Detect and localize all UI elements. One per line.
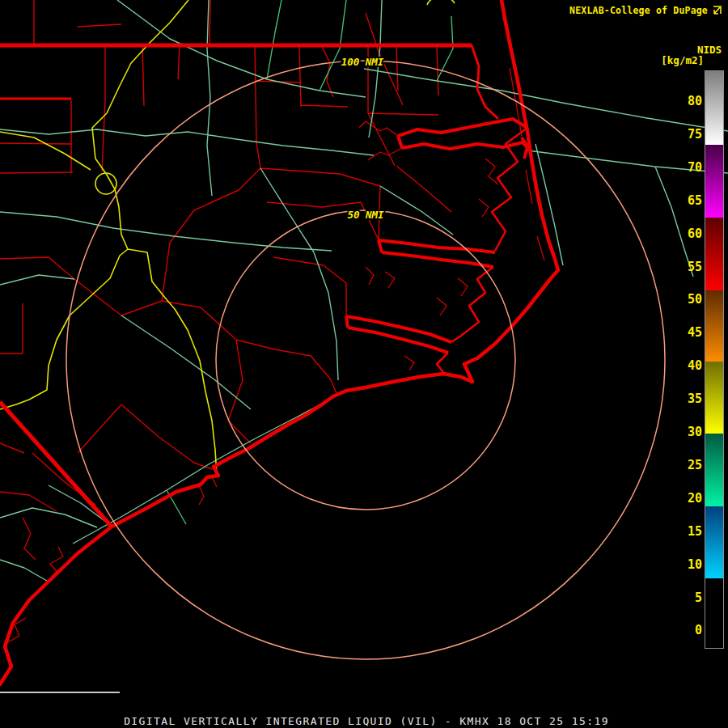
- colorbar-tick-label: 10: [688, 557, 702, 572]
- colorbar-tick-label: 75: [688, 127, 702, 142]
- county-boundary-lines: [0, 0, 451, 511]
- radar-map: 50 NMI 100 NMI: [0, 0, 728, 728]
- colorbar-tick-label: 0: [695, 623, 702, 637]
- shoreline-detail-lines: [6, 68, 544, 643]
- colorbar-segment: [705, 145, 723, 218]
- product-caption: DIGITAL VERTICALLY INTEGRATED LIQUID (VI…: [0, 715, 728, 727]
- colorbar: [705, 70, 724, 649]
- colorbar-tick-label: 40: [688, 358, 702, 373]
- road-lines-green: [0, 0, 728, 581]
- colorbar-segment: [705, 218, 723, 290]
- colorbar-tick-label: 35: [688, 392, 702, 406]
- colorbar-tick-label: 50: [688, 292, 702, 307]
- city-beltline-loop: [95, 173, 116, 194]
- colorbar-segment: [705, 578, 723, 648]
- colorbar-segment: [705, 434, 723, 506]
- colorbar-tick-label: 30: [688, 425, 702, 439]
- range-rings: [66, 61, 665, 659]
- colorbar-segment: [705, 71, 723, 145]
- colorbar-tick-label: 65: [688, 193, 702, 208]
- colorbar-segment: [705, 362, 723, 433]
- colorbar-tick-label: 45: [688, 325, 702, 340]
- colorbar-tick-label: 15: [688, 524, 702, 539]
- colorbar-tick-label: 25: [688, 458, 702, 472]
- attribution-title: NEXLAB-College of DuPage: [569, 5, 722, 16]
- colorbar-tick-label: 20: [688, 491, 702, 506]
- colorbar-tick-label: 5: [695, 590, 702, 605]
- colorbar-tick-label: 55: [688, 260, 702, 274]
- separator-line: [0, 692, 120, 693]
- range-ring-label-100nmi: 100 NMI: [341, 56, 384, 68]
- units-label: [kg/m2]: [661, 54, 704, 66]
- range-ring-100nmi: [66, 61, 665, 659]
- range-ring-label-50nmi: 50 NMI: [347, 209, 384, 221]
- cod-arrow-logo-icon: [711, 5, 722, 16]
- coastline: [0, 0, 558, 684]
- colorbar-tick-label: 80: [688, 94, 702, 108]
- attribution-text: NEXLAB-College of DuPage: [569, 5, 708, 16]
- highway-lines-yellow: [0, 0, 455, 476]
- colorbar-segment: [705, 506, 723, 578]
- colorbar-tick-label: 60: [688, 226, 702, 241]
- colorbar-tick-label: 70: [688, 160, 702, 175]
- colorbar-segment: [705, 290, 723, 362]
